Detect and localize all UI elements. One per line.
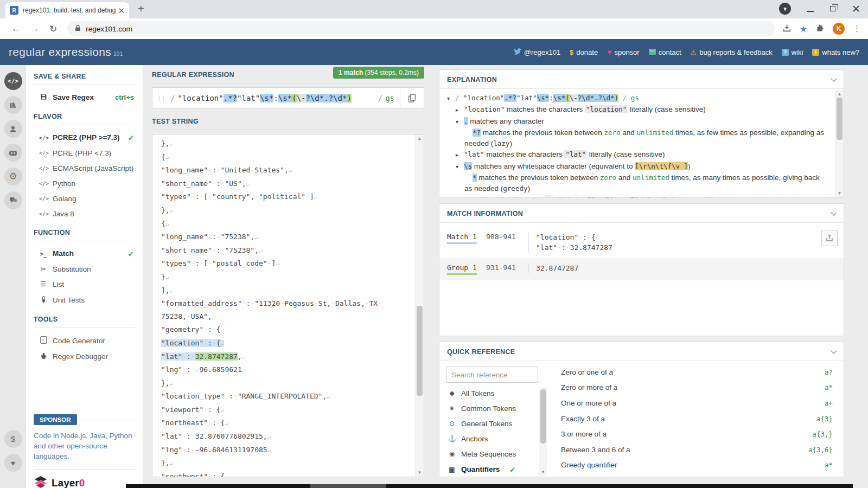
test-string-editor[interactable]: },↵{↵"long_name"·:·"United·States",↵"sho… [152,134,424,477]
reference-category-common-tokens[interactable]: ★Common Tokens [439,401,547,416]
test-string-line: }↵ [161,271,407,284]
reference-entry[interactable]: Between 3 and 6 of aa{3,6} [547,442,844,458]
tool-code-generator[interactable]: ‹›Code Generator [34,332,135,349]
nav-link-wiki[interactable]: ?wiki [782,48,803,56]
scrollbar-thumb[interactable] [417,306,423,396]
explanation-line: ▸"location" matches the characters "loca… [443,104,827,116]
reference-entry[interactable]: Exactly 3 of aa{3} [547,411,844,427]
search-reference-input[interactable] [446,367,538,383]
scroll-down-icon[interactable]: ▼ [539,470,547,474]
rail-heart-icon[interactable]: ♥ [4,454,22,472]
meta-icon: ◉ [448,450,456,458]
nav-link-contact[interactable]: contact [649,48,681,56]
function-substitution[interactable]: ✂Substitution [34,261,135,277]
save-regex-button[interactable]: Save Regex ctrl+s [34,89,135,105]
extensions-puzzle-icon[interactable] [815,23,825,35]
nav-link-whats-new-[interactable]: !whats new? [812,48,859,56]
nav-link-donate[interactable]: $donate [570,48,598,56]
drag-handle-icon[interactable]: ⋮⋮ [152,95,168,102]
expand-arrow-icon[interactable]: ▸ [456,150,464,160]
reference-category-quantifiers[interactable]: ▣Quantifiers✓ [439,461,547,477]
nav-link-bug-reports-feedback[interactable]: ⚠bug reports & feedback [691,48,773,56]
flavor-pcre2-php-7-3-[interactable]: </>PCRE2 (PHP >=7.3)✓ [34,130,135,145]
function-unit-tests[interactable]: Unit Tests [34,292,135,308]
expand-arrow-icon[interactable]: ▸ [456,105,464,115]
scroll-up-icon[interactable]: ▲ [835,92,844,97]
test-scrollbar[interactable]: ▲ ▼ [415,134,424,477]
window-close-button[interactable]: ✕ [852,4,860,14]
return-glyph: ↵ [267,447,271,454]
window-minimize-button[interactable] [807,11,814,12]
flavor-python[interactable]: </>Python [34,176,135,191]
flavor-golang[interactable]: </>Golang [34,191,135,206]
document-code-icon: ‹› [39,336,48,345]
nav-link-sponsor[interactable]: ♥sponsor [607,48,640,56]
scroll-up-icon[interactable]: ▲ [416,136,424,141]
collapse-chevron-icon[interactable] [831,75,837,81]
scroll-down-icon[interactable]: ▼ [416,470,424,475]
regex-token: "location" [177,94,223,102]
reload-button[interactable]: ↻ [49,23,57,35]
reference-category-anchors[interactable]: ⚓Anchors [439,431,547,446]
site-logo[interactable]: regular expressions101 [9,46,123,59]
collapse-chevron-icon[interactable] [831,348,837,354]
install-download-icon[interactable] [782,23,792,35]
reference-entry[interactable]: One or more of aa+ [547,395,844,411]
media-control-button[interactable]: ▼ [779,3,791,15]
collapse-chevron-icon[interactable] [831,209,837,215]
rail-chat-icon[interactable] [4,191,22,209]
function-match[interactable]: >_Match✓ [34,246,135,261]
reference-list-scrollbar[interactable]: ▼ [539,387,547,476]
rail-gear-icon[interactable]: ⚙ [4,168,22,185]
reference-entry[interactable]: Greedy quantifiera* [547,458,844,473]
scroll-down-icon[interactable]: ▼ [835,191,844,196]
browser-menu-icon[interactable]: ⋮ [853,24,861,34]
flavor-pcre-php-7-3-[interactable]: </>PCRE (PHP <7.3) [34,145,135,160]
flavor-ecmascript-javascript-[interactable]: </>ECMAScript (JavaScript) [34,160,135,176]
flavor-java-8[interactable]: </>Java 8 [34,206,135,221]
rail-robot-icon[interactable] [4,144,22,162]
reference-entry[interactable]: Zero or more of aa* [547,380,844,396]
rail-dollar-icon[interactable]: $ [4,430,22,448]
sponsor-logo[interactable]: Layer0 [34,476,135,488]
scrollbar-thumb[interactable] [540,389,546,444]
return-glyph: ↵ [170,140,174,147]
export-matches-button[interactable] [821,230,838,246]
reference-category-meta-sequences[interactable]: ◉Meta Sequences [439,446,547,461]
regex-token: \s* [278,94,292,102]
reference-category-general-tokens[interactable]: ⊙General Tokens [439,416,547,431]
scrollbar-thumb[interactable] [837,98,843,140]
reference-category-all-tokens[interactable]: ◆All Tokens [439,386,547,401]
regex-input[interactable]: ⋮⋮ / "location".*?"lat"\s*:\s*(\-?\d*.?\… [152,87,424,109]
tool-regex-debugger[interactable]: Regex Debugger [34,349,135,364]
rail-code-icon[interactable]: </> [4,72,22,90]
collapse-arrow-icon[interactable]: ▾ [447,93,455,104]
bookmark-star-icon[interactable]: ★ [800,24,807,34]
new-tab-button[interactable]: + [138,3,144,14]
tab-close-icon[interactable]: ✕ [118,7,125,15]
flavor-code-icon: </> [39,179,48,187]
tools-title: TOOLS [34,316,135,328]
sponsor-link-text[interactable]: Code in Node.js, Java, Python and other … [34,431,135,462]
whitespace-dot: · [587,233,591,241]
explanation-scrollbar[interactable]: ▲ ▼ [835,90,844,197]
function-list[interactable]: ☰List [34,277,135,292]
flavor-title: FLAVOR [34,113,135,125]
rail-user-icon[interactable] [4,120,22,138]
window-restore-button[interactable] [830,6,835,11]
back-button[interactable]: ← [11,23,21,34]
profile-avatar[interactable]: K [833,23,845,35]
url-bar[interactable]: regex101.com [67,21,774,36]
collapse-arrow-icon[interactable]: ▾ [456,117,464,127]
return-glyph: ↵ [246,181,250,188]
nav-link--regex101[interactable]: @regex101 [514,48,560,56]
browser-tab[interactable]: R regex101: build, test, and debug ✕ [5,2,129,18]
reference-entry[interactable]: 3 or more of aa{3,} [547,426,844,442]
forward-button[interactable]: → [30,23,40,34]
copy-regex-button[interactable] [400,88,424,108]
reference-entry[interactable]: Zero or one of aa? [547,364,844,380]
regex-flags[interactable]: gs [385,94,400,102]
test-string-line: "long_name"·:·"United·States",↵ [161,164,407,177]
collapse-arrow-icon[interactable]: ▾ [456,162,464,172]
rail-library-icon[interactable] [4,96,22,114]
